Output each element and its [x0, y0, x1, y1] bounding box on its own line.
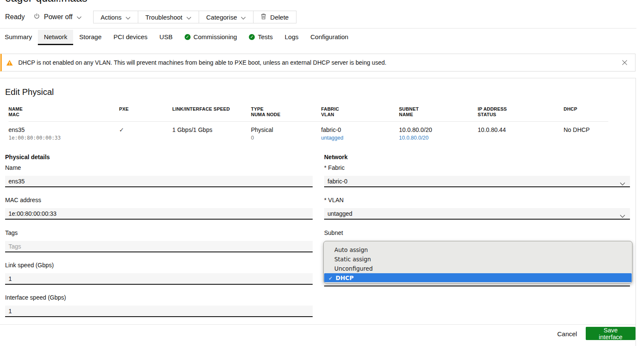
subnet-option-auto-assign[interactable]: Auto assign — [324, 245, 632, 254]
power-icon — [34, 13, 40, 21]
chevron-down-icon — [241, 14, 246, 21]
machine-actions-group: Actions Troubleshoot Categorise — [93, 11, 296, 23]
vlan-select[interactable]: untagged — [324, 208, 630, 220]
interface-name: ens35 — [9, 126, 119, 134]
column-header-type-numa: TYPENUMA NODE — [251, 106, 321, 117]
save-interface-button[interactable]: Save interface — [586, 327, 635, 340]
dhcp-status: No DHCP — [564, 126, 608, 134]
speed-cell: 1 Gbps/1 Gbps — [172, 126, 251, 141]
cancel-button[interactable]: Cancel — [553, 329, 581, 339]
tags-label: Tags — [5, 229, 313, 237]
interface-speed-input[interactable] — [5, 306, 313, 317]
power-off-label: Power off — [44, 13, 72, 21]
machine-title: eager-quail.maas — [5, 0, 87, 3]
chevron-down-icon — [620, 212, 625, 219]
troubleshoot-label: Troubleshoot — [145, 14, 182, 21]
chevron-down-icon — [77, 13, 82, 21]
subnet-label: Subnet — [324, 229, 630, 237]
fabric-select-value: fabric-0 — [328, 178, 348, 185]
ip-cell: 10.0.80.44 — [478, 126, 564, 141]
action-bar: Ready Power off Actions Troubleshoot — [5, 11, 296, 23]
check-icon — [328, 275, 333, 281]
column-header-dhcp: DHCP — [564, 106, 608, 117]
categorise-button[interactable]: Categorise — [199, 11, 254, 23]
pxe-cell: ✓ — [119, 126, 172, 141]
form-footer-divider — [0, 324, 635, 325]
troubleshoot-button[interactable]: Troubleshoot — [138, 11, 199, 23]
table-header-row: NAMEMAC PXE LINK/INTERFACE SPEED TYPENUM… — [9, 106, 608, 122]
section-title: Edit Physical — [5, 87, 54, 97]
tab-storage[interactable]: Storage — [73, 30, 108, 45]
table-row: ens35 1e:00:80:00:00:33 ✓ 1 Gbps/1 Gbps … — [9, 122, 608, 141]
subnet-select-underline — [324, 286, 630, 286]
name-label: Name — [5, 164, 313, 172]
interface-table: NAMEMAC PXE LINK/INTERFACE SPEED TYPENUM… — [9, 106, 608, 141]
subnet-value: 10.0.80.0/20 — [399, 126, 478, 134]
link-interface-speed: 1 Gbps/1 Gbps — [172, 126, 251, 134]
tab-logs[interactable]: Logs — [279, 30, 305, 45]
subnet-dropdown: Auto assign Static assign Unconfigured D… — [323, 241, 633, 283]
trash-icon — [261, 13, 266, 21]
name-input[interactable] — [5, 176, 313, 187]
categorise-label: Categorise — [206, 14, 237, 21]
column-header-ip-status: IP ADDRESSSTATUS — [478, 106, 564, 117]
banner-message: DHCP is not enabled on any VLAN. This wi… — [18, 59, 386, 66]
fabric-cell: fabric-0 untagged — [321, 126, 399, 141]
dhcp-cell: No DHCP — [564, 126, 608, 141]
interface-type: Physical — [251, 126, 321, 134]
mac-input[interactable] — [5, 208, 313, 220]
vlan-field: * VLAN untagged — [324, 197, 630, 220]
fabric-value: fabric-0 — [321, 126, 399, 134]
pxe-check-icon: ✓ — [119, 126, 172, 134]
check-circle-icon: ✓ — [249, 34, 255, 40]
chevron-down-icon — [186, 14, 191, 21]
tab-network[interactable]: Network — [38, 30, 73, 45]
fabric-select[interactable]: fabric-0 — [324, 176, 630, 187]
interface-name-cell: ens35 1e:00:80:00:00:33 — [9, 126, 119, 141]
vlan-link[interactable]: untagged — [321, 134, 399, 141]
link-speed-label: Link speed (Gbps) — [5, 262, 313, 269]
tab-commissioning[interactable]: ✓ Commissioning — [179, 30, 243, 45]
header-divider — [0, 28, 636, 29]
subnet-option-unconfigured[interactable]: Unconfigured — [324, 264, 632, 273]
mac-field: MAC address — [5, 197, 313, 220]
tags-field: Tags — [5, 229, 313, 252]
physical-details-heading: Physical details — [5, 154, 50, 160]
banner-close-button[interactable] — [621, 59, 628, 66]
vlan-select-value: untagged — [328, 210, 352, 217]
dhcp-warning-banner: DHCP is not enabled on any VLAN. This wi… — [0, 54, 635, 71]
check-circle-icon: ✓ — [185, 34, 191, 40]
tab-tests[interactable]: ✓ Tests — [243, 30, 279, 45]
tab-summary[interactable]: Summary — [0, 30, 38, 45]
subnet-option-dhcp[interactable]: DHCP — [324, 273, 632, 282]
edit-physical-panel: Edit Physical NAMEMAC PXE LINK/INTERFACE… — [0, 78, 636, 346]
network-heading: Network — [324, 154, 348, 160]
power-off-button[interactable]: Power off — [34, 13, 81, 21]
type-cell: Physical 0 — [251, 126, 321, 141]
tags-input[interactable] — [5, 241, 313, 252]
subnet-name-link[interactable]: 10.0.80.0/20 — [399, 134, 478, 141]
chevron-down-icon — [620, 180, 625, 187]
close-icon — [622, 60, 627, 67]
subnet-field: Subnet — [324, 229, 630, 241]
link-speed-input[interactable] — [5, 273, 313, 285]
subnet-cell: 10.0.80.0/20 10.0.80.0/20 — [399, 126, 478, 141]
delete-label: Delete — [270, 14, 288, 21]
actions-button[interactable]: Actions — [94, 11, 138, 23]
fabric-field: * Fabric fabric-0 — [324, 164, 630, 187]
column-header-speed: LINK/INTERFACE SPEED — [172, 106, 251, 117]
interface-speed-label: Interface speed (Gbps) — [5, 294, 313, 301]
tab-configuration[interactable]: Configuration — [305, 30, 354, 45]
tab-pci-devices[interactable]: PCI devices — [108, 30, 154, 45]
subnet-option-static-assign[interactable]: Static assign — [324, 254, 632, 264]
column-header-fabric-vlan: FABRICVLAN — [321, 106, 399, 117]
interface-mac: 1e:00:80:00:00:33 — [9, 134, 119, 141]
ip-address: 10.0.80.44 — [478, 126, 564, 134]
tab-usb[interactable]: USB — [154, 30, 179, 45]
column-header-name-mac: NAMEMAC — [9, 106, 119, 117]
machine-tabs: Summary Network Storage PCI devices USB … — [0, 30, 354, 45]
actions-label: Actions — [101, 14, 122, 21]
numa-node: 0 — [251, 134, 321, 141]
interface-speed-field: Interface speed (Gbps) — [5, 294, 313, 317]
delete-button[interactable]: Delete — [254, 11, 296, 23]
